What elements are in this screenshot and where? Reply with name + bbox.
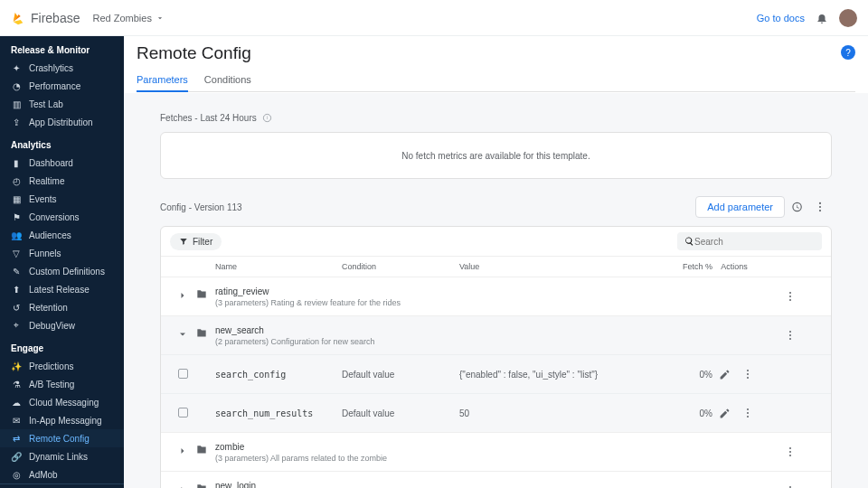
sidebar-item-abtesting[interactable]: ⚗A/B Testing xyxy=(0,375,124,393)
sidebar-item-realtime[interactable]: ◴Realtime xyxy=(0,172,124,190)
sidebar-item-funnels[interactable]: ▽Funnels xyxy=(0,244,124,262)
param-value: 50 xyxy=(459,408,667,418)
sidebar-item-conversions[interactable]: ⚑Conversions xyxy=(0,208,124,226)
sidebar-item-predictions[interactable]: ✨Predictions xyxy=(0,357,124,375)
tabs: Parameters Conditions xyxy=(137,69,855,92)
avatar[interactable] xyxy=(839,9,857,27)
svg-point-19 xyxy=(789,455,791,456)
sidebar-item-crashlytics[interactable]: ✦Crashlytics xyxy=(0,59,124,77)
go-to-docs-link[interactable]: Go to docs xyxy=(757,13,805,23)
sidebar-heading-release: Release & Monitor xyxy=(0,36,124,59)
sidebar-item-admob[interactable]: ◎AdMob xyxy=(0,465,124,483)
retention-icon: ↺ xyxy=(11,302,22,313)
group-desc: (3 parameters) All params related to the… xyxy=(215,454,432,463)
in-app-messaging-icon: ✉ xyxy=(11,415,22,426)
param-row: search_config Default value {"enabled" :… xyxy=(161,354,831,393)
sidebar-item-extensions[interactable]: ✶Extensions xyxy=(0,483,124,488)
sidebar-item-appdist[interactable]: ⇪App Distribution xyxy=(0,113,124,131)
debugview-icon: ⌖ xyxy=(11,320,22,331)
edit-button[interactable] xyxy=(712,401,736,425)
sidebar-item-performance[interactable]: ◔Performance xyxy=(0,77,124,95)
params-table-card: Filter Name Condition Value Fetch % xyxy=(160,226,832,488)
page-body: Fetches - Last 24 Hours i No fetch metri… xyxy=(124,93,868,488)
sidebar-item-customdefs[interactable]: ✎Custom Definitions xyxy=(0,262,124,280)
svg-text:i: i xyxy=(267,115,268,120)
sidebar-item-inappmsg[interactable]: ✉In-App Messaging xyxy=(0,411,124,429)
svg-point-17 xyxy=(789,447,791,449)
config-version-label: Config - Version 113 xyxy=(160,202,242,212)
col-value: Value xyxy=(459,262,667,271)
folder-icon xyxy=(195,327,215,343)
filter-button[interactable]: Filter xyxy=(170,233,222,250)
search-icon xyxy=(684,236,694,247)
table-header: Name Condition Value Fetch % Actions xyxy=(161,256,831,277)
group-overflow-button[interactable] xyxy=(778,479,802,488)
group-overflow-button[interactable] xyxy=(778,440,802,464)
row-overflow-button[interactable] xyxy=(736,362,760,386)
sidebar-item-events[interactable]: ▦Events xyxy=(0,190,124,208)
chevron-right-icon[interactable] xyxy=(177,483,188,488)
search-input[interactable] xyxy=(694,237,815,247)
history-button[interactable] xyxy=(785,195,808,219)
sidebar-item-debugview[interactable]: ⌖DebugView xyxy=(0,316,124,334)
param-value: {"enabled" : false, "ui_style" : "list"} xyxy=(459,370,667,380)
crashlytics-icon: ✦ xyxy=(11,62,22,73)
param-condition: Default value xyxy=(342,370,459,380)
notifications-icon[interactable] xyxy=(816,12,828,24)
firebase-logo-icon xyxy=(11,11,25,25)
tab-parameters[interactable]: Parameters xyxy=(137,69,188,92)
chevron-right-icon[interactable] xyxy=(177,288,188,305)
group-row[interactable]: new_search(2 parameters) Configuration f… xyxy=(161,316,831,354)
param-name: search_num_results xyxy=(215,408,342,418)
row-checkbox[interactable] xyxy=(178,408,188,419)
sidebar: Release & Monitor ✦Crashlytics ◔Performa… xyxy=(0,36,124,488)
fetch-metrics-card: No fetch metrics are available for this … xyxy=(160,132,832,179)
group-desc: (3 parameters) Rating & review feature f… xyxy=(215,298,432,307)
help-button[interactable]: ? xyxy=(841,45,855,60)
sidebar-item-remoteconfig[interactable]: ⇄Remote Config xyxy=(0,429,124,447)
svg-point-8 xyxy=(789,331,791,333)
overflow-button[interactable] xyxy=(808,195,832,219)
chevron-down-icon[interactable] xyxy=(177,327,188,343)
conversions-icon: ⚑ xyxy=(11,211,22,222)
project-selector[interactable]: Red Zombies xyxy=(92,13,164,23)
info-icon[interactable]: i xyxy=(262,113,272,123)
svg-point-12 xyxy=(747,373,749,375)
sidebar-item-cloudmsg[interactable]: ☁Cloud Messaging xyxy=(0,393,124,411)
row-checkbox[interactable] xyxy=(178,369,188,380)
sidebar-item-dashboard[interactable]: ▮Dashboard xyxy=(0,154,124,172)
col-name: Name xyxy=(215,262,342,271)
page-header: Remote Config ? Parameters Conditions xyxy=(124,36,868,93)
chevron-right-icon[interactable] xyxy=(177,444,188,460)
col-fetch: Fetch % xyxy=(667,262,712,271)
group-overflow-button[interactable] xyxy=(778,324,802,347)
project-name: Red Zombies xyxy=(92,13,151,23)
dashboard-icon: ▮ xyxy=(11,157,22,168)
search-box[interactable] xyxy=(677,232,822,250)
edit-button[interactable] xyxy=(712,362,736,386)
row-overflow-button[interactable] xyxy=(736,401,760,425)
top-bar: Firebase Red Zombies Go to docs xyxy=(0,0,868,36)
tab-conditions[interactable]: Conditions xyxy=(204,69,251,91)
param-fetch-pct: 0% xyxy=(667,408,712,418)
svg-point-18 xyxy=(789,451,791,453)
cloud-messaging-icon: ☁ xyxy=(11,397,22,408)
sidebar-item-audiences[interactable]: 👥Audiences xyxy=(0,226,124,244)
group-overflow-button[interactable] xyxy=(778,285,802,308)
group-desc: (2 parameters) Configuration for new sea… xyxy=(215,337,432,346)
top-right: Go to docs xyxy=(757,9,857,27)
sidebar-item-latestrelease[interactable]: ⬆Latest Release xyxy=(0,280,124,298)
add-parameter-button[interactable]: Add parameter xyxy=(695,196,785,218)
group-row[interactable]: rating_review(3 parameters) Rating & rev… xyxy=(161,277,831,315)
group-row[interactable]: new_login(3 parameters) All params relat… xyxy=(161,472,831,488)
sidebar-item-dynlinks[interactable]: 🔗Dynamic Links xyxy=(0,447,124,465)
sidebar-item-retention[interactable]: ↺Retention xyxy=(0,298,124,316)
group-name: zombie xyxy=(215,442,778,452)
custom-defs-icon: ✎ xyxy=(11,266,22,277)
svg-point-10 xyxy=(789,338,791,340)
svg-point-4 xyxy=(819,210,821,211)
svg-point-6 xyxy=(789,296,791,297)
sidebar-item-testlab[interactable]: ▥Test Lab xyxy=(0,95,124,113)
sidebar-heading-engage: Engage xyxy=(0,334,124,357)
group-row[interactable]: zombie(3 parameters) All params related … xyxy=(161,433,831,471)
